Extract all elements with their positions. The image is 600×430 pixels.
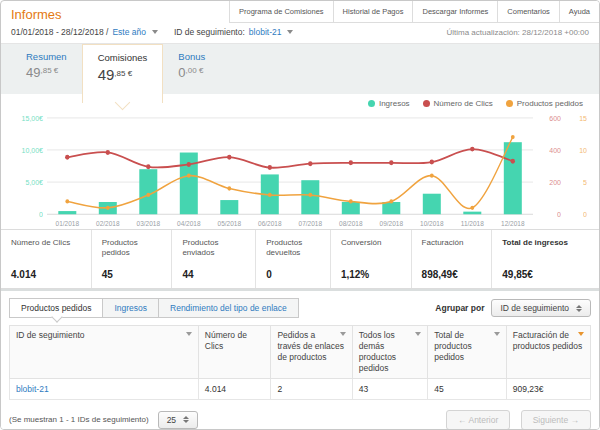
sort-icon[interactable] [340, 332, 346, 336]
cell-pedidos-enlaces: 2 [271, 379, 352, 400]
showing-count: (Se muestran 1 - 1 IDs de seguimiento) [9, 415, 149, 424]
svg-text:03/2018: 03/2018 [137, 219, 161, 226]
legend-numero-de-clics[interactable]: Número de Clics [423, 99, 493, 108]
sort-icon[interactable] [186, 332, 192, 336]
stat-productos-enviados: Productos enviados44 [171, 230, 255, 288]
col-facturacion[interactable]: Facturación de productos pedidos [506, 326, 590, 379]
tracking-id-dropdown[interactable]: blobit-21 [249, 27, 282, 37]
date-range: 01/01/2018 - 28/12/2018 / [11, 27, 108, 37]
sort-icon[interactable] [415, 332, 421, 336]
svg-text:09/2018: 09/2018 [380, 219, 404, 226]
svg-text:15: 15 [579, 113, 587, 123]
table-footer: (Se muestran 1 - 1 IDs de seguimiento) 2… [9, 400, 591, 430]
table-header-row: ID de seguimiento Número de Clics Pedido… [10, 326, 591, 379]
sort-icon[interactable] [494, 332, 500, 336]
group-by: Agrupar por ID de seguimiento [435, 299, 591, 317]
cell-clics: 4.014 [198, 379, 271, 400]
nav-historial-pagos[interactable]: Historial de Pagos [333, 1, 413, 23]
col-demas-productos[interactable]: Todos los demás productos pedidos [352, 326, 428, 379]
svg-text:5: 5 [583, 178, 587, 188]
svg-text:10: 10 [579, 145, 587, 155]
svg-text:600: 600 [549, 113, 561, 123]
nav-ayuda[interactable]: Ayuda [559, 1, 599, 23]
table-tab-ingresos[interactable]: Ingresos [102, 298, 159, 318]
svg-text:07/2018: 07/2018 [299, 219, 323, 226]
svg-text:10/2018: 10/2018 [420, 219, 444, 226]
bonus-value: 0,00 € [178, 65, 205, 80]
cell-total-productos: 45 [428, 379, 506, 400]
col-pedidos-enlaces[interactable]: Pedidos a través de enlaces de productos [271, 326, 352, 379]
date-preset-dropdown[interactable]: Este año [112, 27, 146, 37]
comisiones-value: 49,85 € [98, 66, 148, 83]
stat-total-de-ingresos: Total de ingresos49,85€ [491, 230, 599, 288]
stat-facturacion: Facturación898,49€ [411, 230, 492, 288]
group-by-label: Agrupar por [435, 303, 484, 313]
chart-legend: Ingresos Número de Clics Productos pedid… [368, 99, 583, 108]
tab-comisiones[interactable]: Comisiones 49,85 € [82, 44, 164, 103]
svg-text:05/2018: 05/2018 [218, 219, 242, 226]
stat-productos-pedidos: Productos pedidos45 [91, 230, 172, 288]
svg-text:12/2018: 12/2018 [501, 219, 525, 226]
table-tabs-row: Productos pedidos Ingresos Rendimiento d… [9, 298, 591, 318]
svg-text:06/2018: 06/2018 [258, 219, 282, 226]
col-id-seguimiento[interactable]: ID de seguimiento [10, 326, 199, 379]
informes-app: Informes Programa de Comisiones Historia… [0, 0, 600, 430]
last-update: Última actualización: 28/12/2018 +00:00 [446, 28, 589, 37]
header: Informes Programa de Comisiones Historia… [1, 1, 599, 23]
page-size-select[interactable]: 25 [158, 411, 198, 429]
tracking-id-label: ID de seguimiento: [174, 27, 245, 37]
stat-conversion: Conversión1,12% [330, 230, 411, 288]
table-tab-rendimiento-enlace[interactable]: Rendimiento del tipo de enlace [158, 298, 299, 318]
table-row: blobit-21 4.014 2 43 45 909,23€ [10, 379, 591, 400]
group-by-select[interactable]: ID de seguimiento [491, 299, 591, 317]
sort-active-icon[interactable] [578, 332, 584, 336]
pedidos-dot-icon [506, 100, 513, 107]
stat-productos-devueltos: Productos devueltos0 [255, 230, 330, 288]
chart-panel: Ingresos Número de Clics Productos pedid… [1, 94, 599, 229]
svg-text:01/2018: 01/2018 [56, 219, 80, 226]
tab-resumen[interactable]: Resumen 49,85 € [11, 44, 82, 94]
svg-text:0: 0 [39, 210, 43, 220]
svg-text:10,00€: 10,00€ [22, 145, 44, 155]
stat-numero-de-clics: Número de Clics4.014 [1, 230, 91, 288]
cell-demas-productos: 43 [352, 379, 428, 400]
nav-descargar-informes[interactable]: Descargar Informes [412, 1, 497, 23]
svg-text:5,00€: 5,00€ [26, 178, 44, 188]
stats-row: Número de Clics4.014 Productos pedidos45… [1, 229, 599, 289]
subheader: 01/01/2018 - 28/12/2018 / Este año ID de… [1, 23, 599, 44]
caret-down-icon [152, 30, 158, 34]
nav-comentarios[interactable]: Comentarios [497, 1, 559, 23]
tracking-id-link[interactable]: blobit-21 [16, 384, 49, 394]
cell-facturacion: 909,23€ [506, 379, 590, 400]
top-nav: Programa de Comisiones Historial de Pago… [229, 1, 599, 23]
svg-text:04/2018: 04/2018 [177, 219, 201, 226]
col-total-productos[interactable]: Total de productos pedidos [428, 326, 506, 379]
svg-text:400: 400 [549, 145, 561, 155]
select-updown-icon [576, 305, 582, 312]
col-numero-clics[interactable]: Número de Clics [198, 326, 271, 379]
svg-text:0: 0 [583, 210, 587, 220]
legend-productos-pedidos[interactable]: Productos pedidos [506, 99, 583, 108]
table-tab-productos-pedidos[interactable]: Productos pedidos [9, 298, 103, 318]
resumen-value: 49,85 € [26, 65, 67, 80]
select-updown-icon [183, 416, 189, 423]
tab-bonus[interactable]: Bonus 0,00 € [163, 44, 220, 94]
table-tabs: Productos pedidos Ingresos Rendimiento d… [9, 298, 299, 318]
table-panel: Productos pedidos Ingresos Rendimiento d… [1, 291, 599, 430]
pagination: ← Anterior Siguiente → [440, 409, 591, 430]
svg-text:15,00€: 15,00€ [22, 113, 44, 123]
filters: 01/01/2018 - 28/12/2018 / Este año ID de… [11, 27, 293, 37]
caret-down-icon [287, 30, 293, 34]
summary-tabs: Resumen 49,85 € Comisiones 49,85 € Bonus… [1, 44, 599, 94]
next-page-button[interactable]: Siguiente → [521, 410, 591, 430]
prev-page-button[interactable]: ← Anterior [446, 410, 510, 430]
legend-ingresos[interactable]: Ingresos [368, 99, 410, 108]
tracking-id-table: ID de seguimiento Número de Clics Pedido… [9, 325, 591, 400]
commissions-chart: 0005,00€200510,00€4001015,00€6001501/201… [9, 111, 591, 229]
nav-programa-comisiones[interactable]: Programa de Comisiones [229, 1, 333, 23]
svg-text:0: 0 [557, 210, 561, 220]
svg-text:02/2018: 02/2018 [96, 219, 120, 226]
ingresos-dot-icon [368, 100, 375, 107]
svg-text:11/2018: 11/2018 [461, 219, 484, 226]
page-title: Informes [1, 1, 62, 22]
